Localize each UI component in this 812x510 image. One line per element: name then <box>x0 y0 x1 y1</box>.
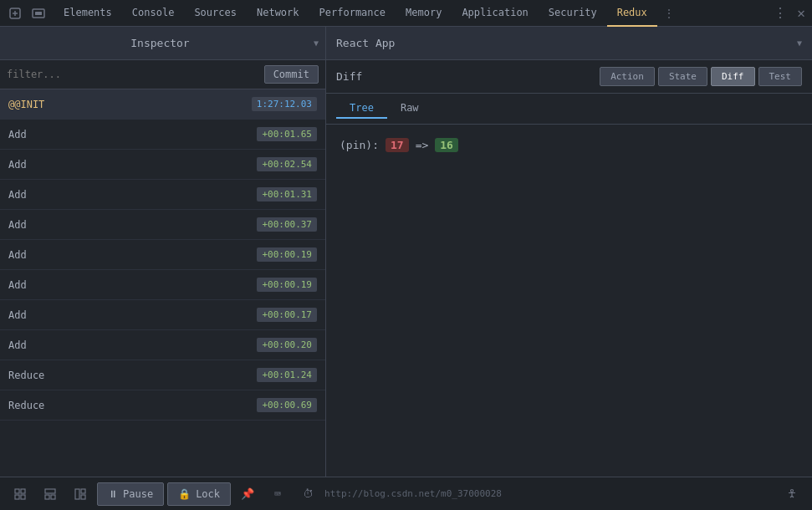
action-item[interactable]: Add+00:02.54 <box>0 150 325 180</box>
filter-bar: Commit <box>0 60 325 89</box>
pause-icon: ⏸ <box>108 488 118 500</box>
bottom-toolbar: ⏸ Pause 🔒 Lock 📌 ⌨ ⏱ http://blog.csdn.ne… <box>0 477 812 510</box>
action-time: +00:01.24 <box>257 368 317 382</box>
action-name: Add <box>8 339 257 351</box>
action-list: @@INIT1:27:12.03Add+00:01.65Add+00:02.54… <box>0 89 325 477</box>
tree-tab[interactable]: Tree <box>336 99 387 119</box>
devtools-icon2[interactable] <box>27 2 50 25</box>
devtools-options-button[interactable]: ⋮ <box>770 5 790 21</box>
more-tabs-button[interactable]: ⋮ <box>657 8 681 19</box>
tab-performance[interactable]: Performance <box>309 0 396 27</box>
action-name: Add <box>8 129 257 140</box>
svg-point-13 <box>791 489 794 492</box>
action-name: Add <box>8 159 257 171</box>
diff-tab-bar: Diff Action State Diff Test <box>326 60 812 94</box>
main-layout: Inspector ▼ Commit @@INIT1:27:12.03Add+0… <box>0 27 812 477</box>
page-url: http://blog.csdn.net/m0_37000028 <box>324 488 775 499</box>
devtools-controls: ⋮ ✕ <box>770 5 809 21</box>
action-tab-button[interactable]: Action <box>600 67 655 86</box>
svg-rect-11 <box>81 489 85 493</box>
action-name: Reduce <box>8 370 257 381</box>
action-item[interactable]: Reduce+00:01.24 <box>0 360 325 390</box>
accessibility-icon[interactable] <box>779 482 805 506</box>
timer-icon[interactable]: ⏱ <box>294 482 321 506</box>
lock-label: Lock <box>196 488 220 500</box>
tree-raw-tab-bar: Tree Raw <box>326 94 812 125</box>
diff-old-value: 17 <box>386 138 409 152</box>
action-time: +00:00.69 <box>257 398 317 412</box>
lock-icon: 🔒 <box>178 488 191 500</box>
action-name: Add <box>8 189 257 201</box>
svg-rect-2 <box>35 12 42 15</box>
pin-label: (pin): <box>340 139 379 151</box>
action-time: 1:27:12.03 <box>252 97 317 111</box>
devtools-close-button[interactable]: ✕ <box>794 5 809 21</box>
raw-tab[interactable]: Raw <box>387 99 432 119</box>
action-time: +00:00.37 <box>257 217 317 232</box>
diff-content-area: (pin): 17 => 16 <box>326 125 812 477</box>
svg-rect-7 <box>45 489 55 493</box>
tab-elements[interactable]: Elements <box>54 0 122 27</box>
action-time: +00:00.20 <box>257 338 317 352</box>
pause-button[interactable]: ⏸ Pause <box>97 482 164 506</box>
action-name: Reduce <box>8 400 257 411</box>
action-item[interactable]: Reduce+00:00.69 <box>0 390 325 421</box>
action-time: +00:01.65 <box>257 127 317 141</box>
svg-rect-4 <box>21 489 25 493</box>
tab-redux[interactable]: Redux <box>607 0 657 27</box>
inspector-dropdown-arrow[interactable]: ▼ <box>314 38 319 48</box>
diff-tab-button[interactable]: Diff <box>711 67 755 86</box>
keyboard-icon[interactable]: ⌨ <box>264 482 291 506</box>
left-panel: Inspector ▼ Commit @@INIT1:27:12.03Add+0… <box>0 27 326 477</box>
tab-network[interactable]: Network <box>247 0 309 27</box>
tab-application[interactable]: Application <box>452 0 538 27</box>
tab-security[interactable]: Security <box>539 0 607 27</box>
pause-label: Pause <box>123 488 153 500</box>
tab-console[interactable]: Console <box>122 0 185 27</box>
tab-sources[interactable]: Sources <box>184 0 247 27</box>
lock-button[interactable]: 🔒 Lock <box>167 482 231 506</box>
action-time: +00:00.17 <box>257 308 317 322</box>
left-panel-header: Inspector ▼ <box>0 27 325 60</box>
svg-rect-12 <box>81 495 85 499</box>
action-item[interactable]: @@INIT1:27:12.03 <box>0 89 325 120</box>
diff-panel-title: Diff <box>336 70 596 83</box>
svg-rect-9 <box>51 495 55 499</box>
svg-rect-6 <box>21 495 25 499</box>
diff-line: (pin): 17 => 16 <box>340 138 799 152</box>
right-panel: React App ▼ Diff Action State Diff Test … <box>326 27 812 477</box>
state-tab-button[interactable]: State <box>658 67 707 86</box>
action-item[interactable]: Add+00:00.19 <box>0 270 325 300</box>
svg-rect-5 <box>15 495 19 499</box>
devtools-tab-bar: Elements Console Sources Network Perform… <box>0 0 812 27</box>
action-name: Add <box>8 249 257 261</box>
filter-input[interactable] <box>7 69 264 80</box>
action-time: +00:01.31 <box>257 187 317 201</box>
devtools-logo-icon[interactable] <box>3 2 27 25</box>
pin-icon[interactable]: 📌 <box>234 482 261 506</box>
diff-new-value: 16 <box>435 138 458 152</box>
right-panel-header: React App ▼ <box>326 27 812 60</box>
grid-icon-3[interactable] <box>67 482 94 506</box>
commit-button[interactable]: Commit <box>264 65 319 84</box>
action-item[interactable]: Add+00:01.65 <box>0 120 325 150</box>
test-tab-button[interactable]: Test <box>758 67 803 86</box>
action-time: +00:00.19 <box>257 247 317 262</box>
action-name: Add <box>8 219 257 231</box>
react-app-dropdown-arrow[interactable]: ▼ <box>797 38 802 48</box>
action-name: Add <box>8 309 257 321</box>
action-item[interactable]: Add+00:00.20 <box>0 330 325 360</box>
action-item[interactable]: Add+00:00.37 <box>0 210 325 240</box>
action-item[interactable]: Add+00:00.17 <box>0 300 325 330</box>
action-time: +00:02.54 <box>257 157 317 171</box>
action-item[interactable]: Add+00:01.31 <box>0 180 325 210</box>
grid-icon-2[interactable] <box>37 482 64 506</box>
diff-arrow: => <box>416 139 429 151</box>
tab-memory[interactable]: Memory <box>396 0 452 27</box>
inspector-title: Inspector <box>7 37 314 49</box>
svg-rect-3 <box>15 489 19 493</box>
svg-rect-8 <box>45 495 49 499</box>
action-item[interactable]: Add+00:00.19 <box>0 240 325 270</box>
action-name: @@INIT <box>8 99 252 110</box>
grid-icon-1[interactable] <box>7 482 33 506</box>
